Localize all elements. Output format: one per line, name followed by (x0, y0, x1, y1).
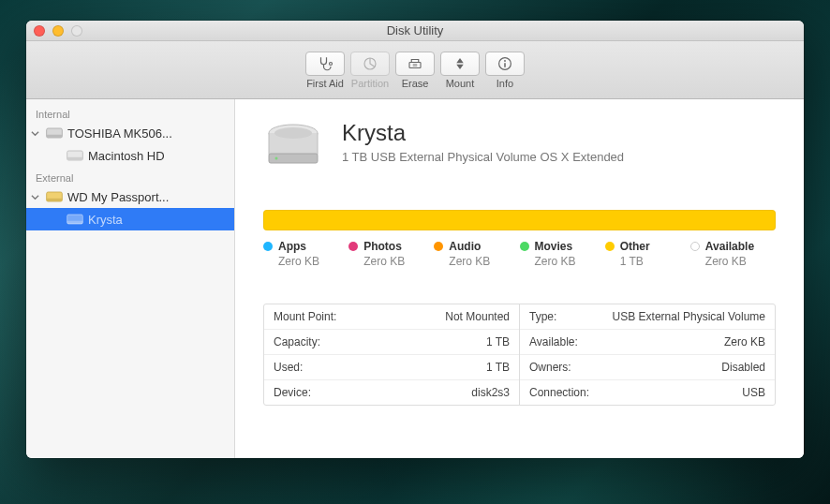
info-used: Used:1 TB (264, 355, 519, 380)
section-internal: Internal (26, 103, 234, 122)
tool-label: Partition (351, 78, 389, 89)
info-mount-point: Mount Point:Not Mounted (264, 304, 519, 330)
tool-label: Erase (402, 78, 429, 89)
window-title: Disk Utility (26, 23, 804, 37)
partition-button (350, 52, 390, 76)
volume-description: 1 TB USB External Physical Volume OS X E… (342, 150, 624, 164)
info-icon (497, 55, 513, 72)
usage-legend: Apps Zero KB Photos Zero KB Audio Zero K… (263, 240, 776, 268)
tool-mount: Mount (440, 52, 480, 89)
mount-icon (452, 55, 468, 72)
legend-available: Available Zero KB (690, 240, 776, 268)
titlebar: Disk Utility (26, 21, 804, 41)
tool-label: Info (497, 78, 513, 89)
legend-movies: Movies Zero KB (520, 240, 605, 268)
chevron-down-icon[interactable] (28, 129, 41, 138)
hdd-icon (45, 125, 64, 141)
tool-label: Mount (446, 78, 475, 89)
sidebar-volume-krysta[interactable]: Krysta (26, 208, 234, 230)
external-hdd-icon (45, 188, 64, 205)
tool-info: Info (485, 52, 525, 89)
svg-rect-9 (67, 157, 83, 160)
dot-icon (520, 242, 529, 251)
legend-apps: Apps Zero KB (263, 240, 348, 268)
svg-point-0 (330, 62, 333, 65)
disk-label: WD My Passport... (67, 190, 169, 204)
info-type: Type:USB External Physical Volume (520, 304, 775, 330)
tool-first-aid: First Aid (305, 52, 345, 89)
legend-photos: Photos Zero KB (348, 240, 434, 268)
chevron-down-icon[interactable] (28, 193, 41, 201)
info-available: Available:Zero KB (520, 330, 775, 355)
svg-point-4 (504, 60, 506, 62)
info-capacity: Capacity:1 TB (264, 330, 519, 355)
tool-erase: Erase (395, 52, 435, 89)
dot-icon (605, 242, 615, 251)
toolbar: First Aid Partition Erase Mount Info (26, 41, 804, 99)
main-panel: Krysta 1 TB USB External Physical Volume… (235, 99, 804, 458)
volume-label: Krysta (88, 213, 123, 227)
erase-button[interactable] (395, 52, 435, 76)
legend-audio: Audio Zero KB (434, 240, 519, 268)
hdd-icon (66, 147, 84, 164)
svg-rect-2 (409, 62, 421, 67)
dot-icon (348, 242, 358, 251)
svg-point-15 (274, 127, 312, 139)
info-device: Device:disk2s3 (264, 380, 519, 405)
volume-large-icon (263, 120, 323, 172)
info-connection: Connection:USB (520, 380, 775, 405)
tool-partition: Partition (350, 52, 390, 89)
mount-button[interactable] (440, 52, 480, 76)
volume-name: Krysta (342, 120, 624, 146)
dot-icon (263, 242, 273, 251)
first-aid-button[interactable] (305, 52, 345, 76)
minimize-button[interactable] (52, 25, 64, 37)
sidebar: Internal TOSHIBA MK506... Macintosh HD E… (26, 99, 235, 458)
info-owners: Owners:Disabled (520, 355, 775, 380)
svg-rect-5 (504, 63, 506, 67)
stethoscope-icon (317, 55, 333, 72)
maximize-button[interactable] (71, 25, 82, 37)
svg-rect-11 (47, 199, 63, 201)
disk-utility-window: Disk Utility First Aid Partition Erase (26, 21, 804, 458)
usage-bar (263, 210, 776, 230)
traffic-lights (34, 25, 82, 37)
legend-other: Other 1 TB (605, 240, 690, 268)
svg-rect-7 (47, 135, 63, 138)
section-external: External (26, 167, 234, 185)
info-table: Mount Point:Not Mounted Capacity:1 TB Us… (263, 304, 776, 406)
pie-icon (362, 55, 378, 72)
tool-label: First Aid (306, 78, 344, 89)
disk-label: TOSHIBA MK506... (67, 126, 172, 141)
sidebar-disk-toshiba[interactable]: TOSHIBA MK506... (26, 122, 234, 144)
external-hdd-icon (66, 211, 84, 228)
erase-icon (407, 55, 423, 72)
dot-icon (434, 242, 443, 251)
sidebar-volume-macintosh-hd[interactable]: Macintosh HD (26, 144, 234, 167)
svg-rect-13 (67, 221, 83, 224)
dot-icon (690, 242, 700, 251)
info-button[interactable] (485, 52, 525, 76)
close-button[interactable] (34, 25, 45, 37)
svg-point-17 (275, 157, 278, 160)
sidebar-disk-wd-passport[interactable]: WD My Passport... (26, 185, 234, 208)
volume-label: Macintosh HD (88, 149, 165, 163)
